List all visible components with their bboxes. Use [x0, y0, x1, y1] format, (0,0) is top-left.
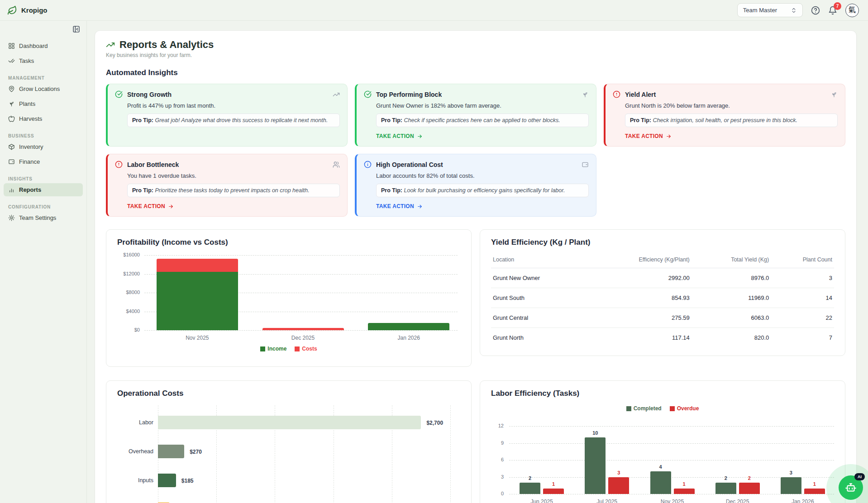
y-axis-tick: $0 — [117, 327, 140, 332]
profitability-chart: $0$4000$8000$12000$16000Nov 2025Dec 2025… — [117, 254, 460, 358]
arrow-right-icon — [417, 204, 423, 209]
avatar[interactable]: 氣 — [845, 4, 859, 17]
insights-grid: Strong GrowthProfit is 447% up from last… — [106, 84, 845, 217]
gridline — [450, 405, 451, 503]
legend-label: Overdue — [677, 405, 699, 412]
sidebar-item-label: Inventory — [19, 143, 43, 150]
page-title: Reports & Analytics — [119, 39, 214, 51]
sidebar-item-tasks[interactable]: Tasks — [4, 54, 83, 67]
sidebar-item-plants[interactable]: Plants — [4, 97, 83, 110]
insight-protip: Pro Tip: Check if specific practices her… — [376, 114, 589, 127]
sidebar-item-label: Harvests — [19, 115, 42, 122]
legend-label: Completed — [634, 405, 662, 412]
insight-card-top-performing-block: Top Performing BlockGrunt New Owner is 1… — [355, 84, 596, 147]
y-axis-tick: 3 — [491, 474, 504, 479]
alert-circle-icon — [115, 161, 123, 168]
y-axis-tick: $12000 — [117, 271, 140, 276]
alert-circle-icon — [613, 90, 620, 98]
sidebar-section-heading: CONFIGURATION — [4, 204, 83, 209]
bar-value-label: 2 — [520, 475, 540, 481]
dashboard-icon — [8, 43, 15, 49]
sprout-icon — [582, 91, 589, 98]
take-action-link[interactable]: TAKE ACTION — [376, 133, 423, 139]
labor-efficiency-title: Labor Efficiency (Tasks) — [491, 389, 834, 398]
legend-label: Income — [267, 346, 286, 352]
table-cell: Grunt Central — [491, 308, 588, 328]
y-axis-tick: $16000 — [117, 252, 140, 257]
topbar-actions: Team Master 7 氣 — [737, 3, 868, 17]
operational-costs-title: Operational Costs — [117, 389, 460, 398]
apple-icon — [8, 115, 15, 122]
gridline — [509, 443, 834, 444]
chart-legend: IncomeCosts — [117, 346, 460, 352]
bar-value-label: 1 — [804, 481, 825, 487]
bar-value-label: 3 — [781, 470, 801, 475]
trending-up-icon — [106, 40, 115, 49]
overdue-bar — [543, 489, 564, 494]
take-action-link[interactable]: TAKE ACTION — [376, 203, 423, 209]
x-axis-label: Jan 2026 — [776, 498, 830, 503]
users-icon — [333, 161, 340, 168]
insight-card-strong-growth: Strong GrowthProfit is 447% up from last… — [106, 84, 348, 147]
insight-card-header: High Operational Cost — [364, 161, 589, 168]
costs-bar — [157, 259, 238, 272]
legend-swatch — [295, 346, 300, 351]
sidebar-item-finance[interactable]: Finance — [4, 155, 83, 168]
notifications-button[interactable]: 7 — [828, 6, 837, 15]
y-axis-tick: 12 — [491, 423, 504, 428]
insight-protip: Pro Tip: Look for bulk purchasing or eff… — [376, 184, 589, 197]
help-button[interactable] — [811, 6, 820, 15]
collapse-sidebar-button[interactable] — [72, 25, 80, 33]
package-icon — [8, 143, 15, 150]
insight-card-header: Yield Alert — [613, 90, 838, 98]
profitability-panel: Profitability (Income vs Costs) $0$4000$… — [106, 229, 472, 367]
income-bar — [157, 272, 238, 330]
sidebar-item-reports[interactable]: Reports — [4, 183, 83, 196]
team-selector-value: Team Master — [743, 7, 777, 14]
sidebar-item-dashboard[interactable]: Dashboard — [4, 39, 83, 52]
table-cell: 2992.00 — [588, 268, 692, 288]
overdue-bar — [739, 483, 760, 494]
insight-message: Labor accounts for 82% of total costs. — [376, 172, 589, 179]
y-axis-tick: $8000 — [117, 289, 140, 295]
notification-badge: 7 — [834, 2, 841, 10]
content-card: Reports & Analytics Key business insight… — [95, 30, 857, 503]
insight-card-header: Top Performing Block — [364, 90, 589, 98]
table-cell: 22 — [771, 308, 834, 328]
take-action-label: TAKE ACTION — [376, 203, 414, 209]
protip-label: Pro Tip: — [630, 117, 651, 123]
gridline — [509, 494, 834, 494]
x-axis-label: Jun 2025 — [515, 498, 569, 503]
completed-bar — [520, 483, 540, 494]
sidebar-item-label: Grow Locations — [19, 85, 60, 92]
column-header: Plant Count — [771, 252, 834, 268]
bar-value-label: 2 — [715, 475, 736, 481]
sidebar-item-label: Finance — [19, 158, 40, 165]
take-action-link[interactable]: TAKE ACTION — [127, 203, 174, 209]
operational-costs-panel: Operational Costs Labor$2,700Overhead$27… — [106, 380, 472, 503]
settings-icon — [8, 214, 15, 221]
take-action-link[interactable]: TAKE ACTION — [625, 133, 672, 139]
column-header: Total Yield (Kg) — [692, 252, 771, 268]
insight-protip: Pro Tip: Check irrigation, soil health, … — [625, 114, 838, 127]
sidebar-item-inventory[interactable]: Inventory — [4, 140, 83, 153]
table-cell: Grunt South — [491, 288, 588, 308]
ai-assistant-button[interactable]: AI — [839, 475, 863, 500]
table-cell: 117.14 — [588, 328, 692, 348]
protip-text: Check if specific practices here can be … — [402, 117, 560, 123]
x-axis-label: Jul 2025 — [580, 498, 634, 503]
avatar-glyph: 氣 — [849, 5, 856, 15]
table-row: Grunt South854.9311969.014 — [491, 288, 834, 308]
sidebar-item-harvests[interactable]: Harvests — [4, 112, 83, 125]
arrow-right-icon — [417, 133, 423, 139]
sidebar-nav: DashboardTasksMANAGEMENTGrow LocationsPl… — [0, 33, 86, 229]
gridline — [144, 255, 458, 256]
team-selector[interactable]: Team Master — [737, 3, 803, 17]
sidebar-item-grow-locations[interactable]: Grow Locations — [4, 82, 83, 95]
insight-card-labor-bottleneck: Labor BottleneckYou have 1 overdue tasks… — [106, 154, 348, 217]
take-action-label: TAKE ACTION — [625, 133, 663, 139]
sidebar-item-label: Dashboard — [19, 43, 48, 49]
gridline — [509, 460, 834, 460]
sidebar-item-team-settings[interactable]: Team Settings — [4, 211, 83, 224]
tasks-icon — [8, 57, 15, 64]
